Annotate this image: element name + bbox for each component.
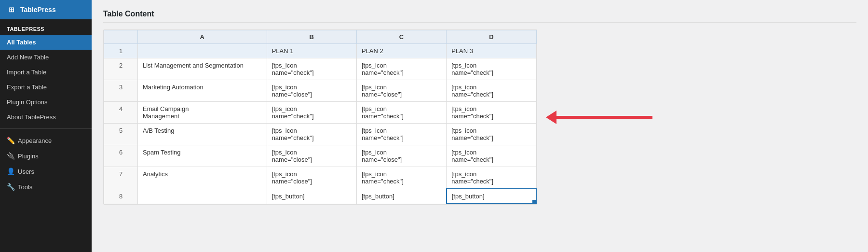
red-arrow [546, 111, 652, 124]
sidebar-item-plugins[interactable]: 🔌 Plugins [0, 148, 92, 164]
users-label: Users [18, 168, 34, 175]
table-cell[interactable] [138, 189, 267, 204]
table-cell[interactable]: [tps_button] [267, 189, 356, 204]
col-header-c: C [356, 30, 446, 44]
table-row: 8[tps_button][tps_button][tps_button] [104, 189, 537, 204]
table-row: 1PLAN 1PLAN 2PLAN 3 [104, 44, 537, 58]
table-cell[interactable]: [tps_icon name="close"] [267, 145, 356, 167]
table-cell[interactable]: [tps_icon name="check"] [447, 58, 536, 80]
table-cell[interactable]: Email Campaign Management [138, 102, 267, 124]
sidebar-item-all-tables[interactable]: All Tables [0, 35, 92, 50]
col-header-d: D [447, 30, 536, 44]
content-table: A B C D 1PLAN 1PLAN 2PLAN 32List Managem… [104, 30, 537, 204]
table-cell[interactable]: PLAN 1 [267, 44, 356, 58]
main-content: Table Content A B C D 1PLAN 1PLAN 2PLAN … [92, 0, 868, 252]
table-cell[interactable]: [tps_icon name="close"] [356, 80, 446, 102]
appearance-label: Appearance [18, 137, 52, 144]
table-cell[interactable]: A/B Testing [138, 124, 267, 145]
table-cell[interactable]: Spam Testing [138, 145, 267, 167]
table-container: A B C D 1PLAN 1PLAN 2PLAN 32List Managem… [103, 29, 537, 205]
table-cell[interactable]: [tps_icon name="check"] [356, 58, 446, 80]
table-cell[interactable]: [tps_icon name="check"] [267, 124, 356, 145]
table-cell[interactable]: [tps_button] [447, 189, 536, 204]
section-title: Table Content [103, 10, 856, 23]
table-row: 4Email Campaign Management[tps_icon name… [104, 102, 537, 124]
plugin-options-label: Plugin Options [7, 98, 48, 106]
table-row: 6Spam Testing[tps_icon name="close"][tps… [104, 145, 537, 167]
sidebar-item-add-new-table[interactable]: Add New Table [0, 50, 92, 65]
col-header-a: A [138, 30, 267, 44]
table-cell[interactable]: Marketing Automation [138, 80, 267, 102]
column-header-row: A B C D [104, 30, 537, 44]
table-cell[interactable]: [tps_icon name="check"] [267, 102, 356, 124]
add-new-table-label: Add New Table [7, 54, 49, 61]
sidebar-item-export-table[interactable]: Export a Table [0, 80, 92, 95]
table-cell[interactable]: [tps_icon name="close"] [267, 80, 356, 102]
plugins-icon: 🔌 [7, 152, 15, 160]
sidebar-item-tools[interactable]: 🔧 Tools [0, 179, 92, 195]
tablepress-icon: ⊞ [7, 5, 16, 14]
appearance-icon: ✏️ [7, 137, 15, 144]
sidebar: ⊞ TablePress TablePress All Tables Add N… [0, 0, 92, 252]
col-header-b: B [267, 30, 356, 44]
table-row: 3Marketing Automation[tps_icon name="clo… [104, 80, 537, 102]
export-table-label: Export a Table [7, 84, 47, 91]
row-number: 2 [104, 58, 138, 80]
table-cell[interactable]: [tps_icon name="check"] [356, 124, 446, 145]
table-cell[interactable]: [tps_icon name="check"] [267, 58, 356, 80]
table-cell[interactable]: PLAN 2 [356, 44, 446, 58]
table-cell[interactable]: [tps_button] [356, 189, 446, 204]
row-number: 1 [104, 44, 138, 58]
row-number: 4 [104, 102, 138, 124]
table-cell[interactable]: [tps_icon name="check"] [447, 102, 536, 124]
plugins-label: Plugins [18, 153, 39, 160]
col-header-rownum [104, 30, 138, 44]
row-number: 5 [104, 124, 138, 145]
about-tablepress-label: About TablePress [7, 113, 56, 121]
tools-icon: 🔧 [7, 183, 15, 191]
sidebar-divider [0, 128, 92, 129]
arrow-head [546, 111, 556, 124]
import-table-label: Import a Table [7, 69, 46, 76]
table-cell[interactable]: PLAN 3 [447, 44, 536, 58]
table-cell[interactable]: [tps_icon name="check"] [447, 124, 536, 145]
table-cell[interactable]: [tps_icon name="check"] [447, 167, 536, 189]
table-row: 5A/B Testing[tps_icon name="check"][tps_… [104, 124, 537, 145]
sidebar-item-users[interactable]: 👤 Users [0, 164, 92, 179]
table-cell[interactable]: [tps_icon name="check"] [356, 167, 446, 189]
table-wrapper: A B C D 1PLAN 1PLAN 2PLAN 32List Managem… [103, 29, 856, 205]
row-number: 8 [104, 189, 138, 204]
sidebar-brand-label: TablePress [20, 6, 56, 14]
sidebar-item-plugin-options[interactable]: Plugin Options [0, 95, 92, 110]
tablepress-section-title: TablePress [0, 19, 92, 35]
tools-label: Tools [18, 183, 32, 191]
row-number: 6 [104, 145, 138, 167]
table-row: 2List Management and Segmentation[tps_ic… [104, 58, 537, 80]
table-cell[interactable]: [tps_icon name="check"] [447, 145, 536, 167]
all-tables-label: All Tables [7, 39, 36, 46]
sidebar-item-import-table[interactable]: Import a Table [0, 65, 92, 80]
row-number: 7 [104, 167, 138, 189]
users-icon: 👤 [7, 168, 15, 175]
table-cell[interactable]: [tps_icon name="close"] [267, 167, 356, 189]
table-row: 7Analytics[tps_icon name="close"][tps_ic… [104, 167, 537, 189]
table-cell[interactable]: Analytics [138, 167, 267, 189]
sidebar-item-appearance[interactable]: ✏️ Appearance [0, 133, 92, 148]
table-cell[interactable] [138, 44, 267, 58]
arrow-line [556, 116, 652, 119]
row-number: 3 [104, 80, 138, 102]
sidebar-brand[interactable]: ⊞ TablePress [0, 0, 92, 19]
table-cell[interactable]: [tps_icon name="close"] [356, 145, 446, 167]
table-cell[interactable]: List Management and Segmentation [138, 58, 267, 80]
sidebar-item-about-tablepress[interactable]: About TablePress [0, 110, 92, 125]
table-cell[interactable]: [tps_icon name="check"] [447, 80, 536, 102]
table-cell[interactable]: [tps_icon name="check"] [356, 102, 446, 124]
